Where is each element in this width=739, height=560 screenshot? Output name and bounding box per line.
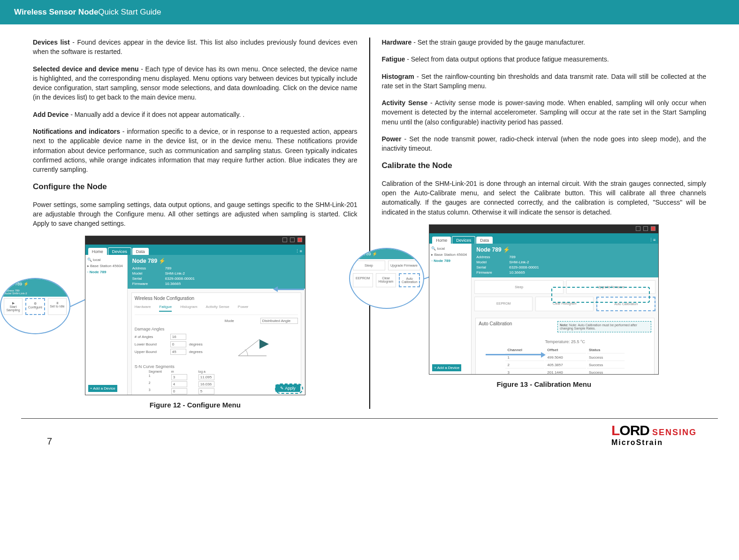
sidebar-base-station[interactable]: ▸ Base Station 45604	[87, 263, 125, 269]
subtab-fatigue[interactable]: Fatigue	[159, 305, 172, 312]
header-title-bold: Wireless Sensor Node	[14, 8, 98, 17]
para-histogram: Histogram - Set the rainflow-counting bi…	[382, 72, 707, 91]
screenshot-calibration-menu: Home Devices Data ⋮≡ 🔍 local ▸ Base Stat…	[429, 224, 659, 375]
zoom-start-sampling[interactable]: ▶Start Sampling	[4, 298, 23, 315]
tile-sleep[interactable]: Sleep	[474, 280, 564, 294]
heading-calibrate-node: Calibrate the Node	[382, 161, 707, 170]
sidebar-search[interactable]: 🔍 local	[431, 245, 469, 252]
section-sn-curve: S-N Curve Segments	[135, 364, 298, 369]
node-title: Node 789 ⚡	[476, 246, 654, 253]
subtab-histogram[interactable]: Histogram	[180, 305, 197, 312]
sidebar-base-station[interactable]: ▸ Base Station 45604	[431, 252, 469, 258]
tab-devices[interactable]: Devices	[108, 247, 131, 255]
term-histogram: Histogram	[382, 73, 414, 80]
text: - Manually add a device if it does not a…	[69, 111, 244, 118]
sidebar-node[interactable]: ◦ Node 789	[431, 258, 469, 264]
page-number: 7	[47, 436, 52, 447]
arrow-to-calibrate	[486, 354, 542, 355]
config-box-title: Wireless Node Configuration	[135, 296, 298, 301]
para-devices-list: Devices list - Found devices appear in t…	[33, 38, 358, 57]
zoom-tile-upgrade[interactable]: Upgrade Firmware	[388, 261, 420, 270]
sensing-text: SENSING	[652, 428, 697, 437]
mode-select[interactable]: Distributed Angle	[260, 318, 298, 324]
auto-cal-box: Auto Calibration Note: Note: Auto Calibr…	[475, 318, 655, 375]
section-damage-angles: Damage Angles	[135, 327, 298, 331]
document-header: Wireless Sensor Node Quick Start Guide	[0, 0, 739, 24]
header-title-rest: Quick Start Guide	[98, 8, 161, 17]
auto-cal-note: Note: Note: Auto Calibration must be per…	[557, 321, 651, 332]
zoom-configure[interactable]: ⚙Configure	[25, 298, 45, 315]
tab-home[interactable]: Home	[432, 237, 451, 244]
para-fatigue: Fatigue - Select from data output option…	[382, 54, 707, 64]
screenshot-configure-menu: Home Devices Data ⋮≡ 🔍 local ▸ Base Stat…	[85, 236, 305, 395]
tab-data[interactable]: Data	[132, 248, 149, 255]
calibration-table: ChannelOffsetStatus 1499.5040Success 240…	[504, 346, 625, 375]
subtab-activity-sense[interactable]: Activity Sense	[206, 305, 229, 312]
sidebar-search[interactable]: 🔍 local	[87, 257, 125, 263]
lord-logo: LORD SENSING MicroStrain	[611, 422, 697, 447]
para-activity-sense: Activity Sense - Activity sense mode is …	[382, 98, 707, 127]
device-sidebar: 🔍 local ▸ Base Station 45604 ◦ Node 789	[429, 244, 472, 374]
node-content: Node 789 ⚡ Address789 ModelSHM-Link-2 Se…	[128, 255, 305, 395]
app-tabs: Home Devices Data ⋮≡	[429, 233, 658, 244]
add-device-button[interactable]: + Add a Device	[432, 364, 461, 371]
zoom-tile-sleep[interactable]: Sleep	[353, 261, 385, 270]
para-add-device: Add Device - Manually add a device if it…	[33, 110, 358, 119]
node-header: Node 789 ⚡ Address789 ModelSHM-Link-2 Se…	[472, 244, 658, 277]
para-selected-device: Selected device and device menu - Each t…	[33, 64, 358, 102]
tab-home[interactable]: Home	[88, 248, 107, 255]
app-logo-icon: ⋮≡	[646, 236, 658, 244]
para-power: Power - Set the node transmit power, rad…	[382, 134, 707, 153]
tab-devices[interactable]: Devices	[452, 236, 475, 244]
app-logo-icon: ⋮≡	[292, 247, 305, 255]
para-configure-desc: Power settings, some sampling settings, …	[33, 200, 358, 229]
figure-13-wrap: Node 789 ⚡ Sleep Upgrade Firmware EEPROM…	[382, 224, 707, 388]
figure-13-caption: Figure 13 - Calibration Menu	[496, 380, 591, 388]
para-notifications: Notifications and indicators - informati…	[33, 127, 358, 174]
window-titlebar	[429, 225, 658, 233]
figure-12-caption: Figure 12 - Configure Menu	[150, 401, 241, 409]
term-power: Power	[382, 135, 402, 143]
device-sidebar: 🔍 local ▸ Base Station 45604 ◦ Node 789	[85, 255, 128, 395]
microstrain-text: MicroStrain	[611, 438, 663, 447]
page-body: Devices list - Found devices appear in t…	[0, 24, 739, 414]
tab-data[interactable]: Data	[476, 237, 493, 244]
arrow-to-subtabs	[276, 289, 304, 290]
input-upper-bound[interactable]: 45	[170, 349, 186, 355]
term-hardware: Hardware	[382, 38, 412, 46]
zoom-actions: ▶Start Sampling ⚙Configure ⏸Set to Idle	[1, 297, 69, 316]
input-num-angles[interactable]: 16	[170, 334, 186, 340]
term-selected-device: Selected device and device menu	[33, 65, 139, 73]
note-highlight	[551, 287, 650, 303]
temperature-reading: Temperature: 25.5 °C	[479, 339, 651, 344]
term-fatigue: Fatigue	[382, 55, 405, 63]
zoom-callout: Node 789 ⚡ Address 789Model SHM-Link-2 ▶…	[0, 278, 70, 334]
arrowhead-icon	[541, 352, 546, 358]
node-header: Node 789 ⚡ Address789 ModelSHM-Link-2 Se…	[128, 255, 305, 289]
table-row: 3201.1440Success	[505, 369, 625, 375]
subtab-hardware[interactable]: Hardware	[135, 305, 151, 312]
term-activity-sense: Activity Sense	[382, 99, 428, 107]
tile-eeprom[interactable]: EEPROM	[474, 297, 533, 311]
para-hardware: Hardware - Set the strain gauge provided…	[382, 38, 707, 47]
heading-configure-node: Configure the Node	[33, 182, 358, 192]
page-footer: 7 LORD SENSING MicroStrain	[21, 418, 718, 456]
zoom-tile-clear-hist[interactable]: Clear Histogram	[376, 273, 396, 287]
input-lower-bound[interactable]: 0	[170, 341, 186, 347]
subtab-power[interactable]: Power	[238, 305, 249, 312]
mode-label: Mode	[225, 319, 258, 323]
node-title: Node 789 ⚡	[132, 258, 300, 264]
zoom-tile-eeprom[interactable]: EEPROM	[353, 273, 373, 287]
table-row: 1499.5040Success	[505, 354, 625, 361]
table-row: 2405.3857Success	[505, 362, 625, 368]
para-calibrate-desc: Calibration of the SHM-Link-201 is done …	[382, 179, 707, 217]
add-device-button[interactable]: + Add a Device	[88, 385, 117, 392]
apply-highlight	[275, 384, 303, 394]
zoom-set-idle[interactable]: ⏸Set to Idle	[48, 298, 67, 315]
zoom-node-title: Node 789 ⚡	[1, 279, 69, 289]
zoom-tile-auto-cal[interactable]: Auto Calibration	[399, 273, 420, 287]
window-titlebar	[85, 236, 305, 245]
term-devices-list: Devices list	[33, 38, 70, 46]
config-subtabs: Hardware Fatigue Histogram Activity Sens…	[135, 304, 298, 315]
sidebar-node[interactable]: ◦ Node 789	[87, 269, 125, 275]
